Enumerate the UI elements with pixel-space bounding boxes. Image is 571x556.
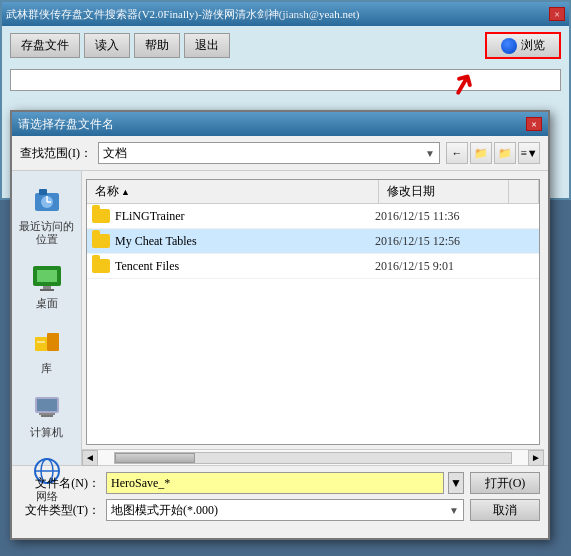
sidebar-item-computer[interactable]: 计算机 — [16, 387, 78, 443]
scroll-left-button[interactable]: ◄ — [82, 450, 98, 466]
file-name: FLiNGTrainer — [115, 209, 375, 224]
filetype-row: 文件类型(T)： 地图模式开始(*.000) ▼ 取消 — [20, 499, 540, 521]
date-header-label: 修改日期 — [387, 184, 435, 198]
column-header-extra — [509, 180, 539, 203]
scroll-right-button[interactable]: ► — [528, 450, 544, 466]
svg-rect-1 — [39, 189, 47, 195]
save-button[interactable]: 存盘文件 — [10, 33, 80, 58]
folder-icon — [91, 231, 111, 251]
sidebar-label-computer: 计算机 — [30, 426, 63, 439]
folder-icon — [91, 256, 111, 276]
dialog-titlebar: 请选择存盘文件名 × — [12, 112, 548, 136]
sort-arrow: ▲ — [121, 187, 130, 197]
filetype-label: 文件类型(T)： — [20, 502, 100, 519]
horizontal-scrollbar[interactable] — [114, 452, 512, 464]
name-header-label: 名称 — [95, 183, 119, 200]
svg-rect-14 — [39, 413, 55, 415]
file-list-header: 名称 ▲ 修改日期 — [87, 180, 539, 204]
filetype-select-wrap: 地图模式开始(*.000) ▼ — [106, 499, 464, 521]
view-toggle-button[interactable]: ≡▼ — [518, 142, 540, 164]
filetype-value: 地图模式开始(*.000) — [111, 502, 218, 519]
bg-title-text: 武林群侠传存盘文件搜索器(V2.0Finally)-游侠网清水剑神(jiansh… — [6, 7, 360, 22]
recent-icon — [31, 185, 63, 217]
dialog-toolbar: 查找范围(I)： 文档 ▼ ← 📁 📁 ≡▼ — [12, 136, 548, 171]
new-folder-button[interactable]: 📁 — [494, 142, 516, 164]
browse-label: 浏览 — [521, 37, 545, 54]
filetype-dropdown-arrow: ▼ — [449, 505, 459, 516]
look-in-value: 文档 — [103, 145, 127, 162]
toolbar-icons: ← 📁 📁 ≡▼ — [446, 142, 540, 164]
dropdown-icon: ▼ — [450, 476, 462, 491]
exit-button[interactable]: 退出 — [184, 33, 230, 58]
filename-dropdown-arrow[interactable]: ▼ — [448, 472, 464, 494]
filename-input-wrap: ▼ — [106, 472, 464, 494]
file-date: 2016/12/15 9:01 — [375, 259, 505, 274]
dialog-content: 最近访问的位置 桌面 库 计算机 — [12, 171, 548, 465]
back-button[interactable]: ← — [446, 142, 468, 164]
sidebar-label-library: 库 — [41, 362, 52, 375]
file-date: 2016/12/15 11:36 — [375, 209, 505, 224]
scrollbar-area: ◄ ► — [82, 449, 544, 465]
column-header-name[interactable]: 名称 ▲ — [87, 180, 379, 203]
svg-rect-8 — [40, 289, 54, 291]
desktop-icon — [31, 262, 63, 294]
read-button[interactable]: 读入 — [84, 33, 130, 58]
folder-icon — [91, 206, 111, 226]
svg-rect-11 — [37, 341, 45, 343]
open-button[interactable]: 打开(O) — [470, 472, 540, 494]
browse-button[interactable]: 浏览 — [485, 32, 561, 59]
look-in-select[interactable]: 文档 ▼ — [98, 142, 440, 164]
sidebar-item-library[interactable]: 库 — [16, 323, 78, 379]
svg-rect-10 — [47, 333, 59, 351]
svg-rect-13 — [37, 399, 57, 411]
dropdown-arrow: ▼ — [425, 148, 435, 159]
column-header-date[interactable]: 修改日期 — [379, 180, 509, 203]
filetype-select[interactable]: 地图模式开始(*.000) ▼ — [106, 499, 464, 521]
look-in-label: 查找范围(I)： — [20, 145, 92, 162]
file-dialog: 请选择存盘文件名 × 查找范围(I)： 文档 ▼ ← 📁 📁 ≡▼ 最近访问的位… — [10, 110, 550, 540]
bg-close-button[interactable]: × — [549, 7, 565, 21]
file-list: 名称 ▲ 修改日期 FLiNGTrainer 2016/12/15 11:36 — [86, 179, 540, 445]
dialog-close-button[interactable]: × — [526, 117, 542, 131]
computer-icon — [31, 391, 63, 423]
table-row[interactable]: FLiNGTrainer 2016/12/15 11:36 — [87, 204, 539, 229]
sidebar: 最近访问的位置 桌面 库 计算机 — [12, 171, 82, 465]
scroll-thumb[interactable] — [115, 453, 195, 463]
table-row[interactable]: Tencent Files 2016/12/15 9:01 — [87, 254, 539, 279]
file-name: Tencent Files — [115, 259, 375, 274]
filename-input[interactable] — [106, 472, 444, 494]
svg-rect-15 — [41, 415, 53, 417]
bg-toolbar: 存盘文件 读入 帮助 退出 浏览 — [2, 26, 569, 65]
dialog-bottom: 文件名(N)： ▼ 打开(O) 文件类型(T)： 地图模式开始(*.000) ▼… — [12, 465, 548, 532]
help-button[interactable]: 帮助 — [134, 33, 180, 58]
library-icon — [31, 327, 63, 359]
svg-rect-6 — [37, 270, 57, 282]
filename-label: 文件名(N)： — [20, 475, 100, 492]
file-name: My Cheat Tables — [115, 234, 375, 249]
table-row[interactable]: My Cheat Tables 2016/12/15 12:56 — [87, 229, 539, 254]
sidebar-item-desktop[interactable]: 桌面 — [16, 258, 78, 314]
bg-titlebar: 武林群侠传存盘文件搜索器(V2.0Finally)-游侠网清水剑神(jiansh… — [2, 2, 569, 26]
sidebar-label-desktop: 桌面 — [36, 297, 58, 310]
file-date: 2016/12/15 12:56 — [375, 234, 505, 249]
dialog-title: 请选择存盘文件名 — [18, 116, 114, 133]
svg-rect-9 — [35, 337, 47, 351]
filename-row: 文件名(N)： ▼ 打开(O) — [20, 472, 540, 494]
svg-rect-7 — [43, 286, 51, 289]
sidebar-item-recent[interactable]: 最近访问的位置 — [16, 181, 78, 250]
sidebar-label-recent: 最近访问的位置 — [18, 220, 76, 246]
globe-icon — [501, 38, 517, 54]
up-folder-button[interactable]: 📁 — [470, 142, 492, 164]
cancel-button[interactable]: 取消 — [470, 499, 540, 521]
